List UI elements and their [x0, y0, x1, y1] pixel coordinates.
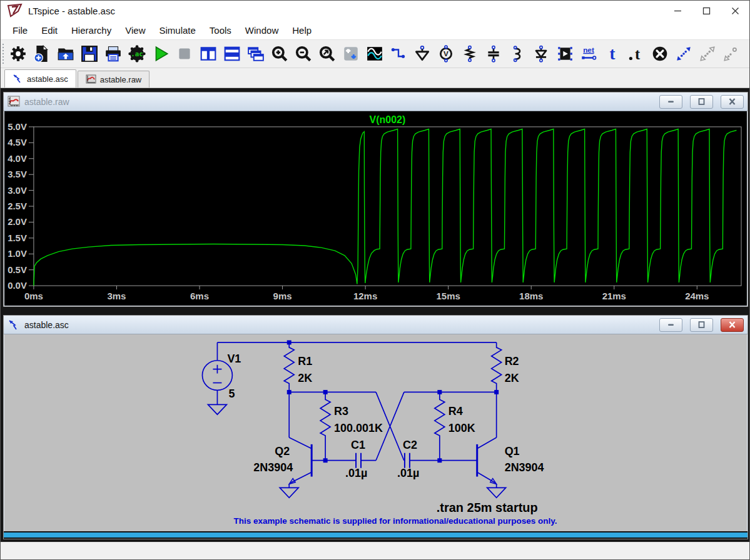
waveform-close-button[interactable]: [721, 95, 744, 109]
menu-item-view[interactable]: View: [118, 22, 152, 38]
new-file-icon[interactable]: [33, 45, 51, 62]
emitter-arrow-q2: [289, 479, 295, 484]
disclaimer-text: This example schematic is supplied for i…: [233, 516, 557, 526]
tab-astable-asc[interactable]: astable.asc: [4, 69, 76, 88]
spice-directive-text[interactable]: .tran 25m startup: [437, 501, 538, 514]
x-tick-label: 24ms: [685, 291, 709, 301]
plot-frame: [34, 127, 741, 286]
maximize-button[interactable]: [692, 1, 721, 21]
y-tick-label: 1.5V: [8, 232, 27, 243]
schematic-window-bottom-edge[interactable]: [4, 531, 747, 539]
component-icon[interactable]: [556, 45, 574, 62]
print-icon[interactable]: [104, 45, 122, 62]
label-q2: Q2: [275, 445, 290, 458]
value-r1: 2K: [298, 372, 312, 384]
tabbar: astable.asc astable.raw: [1, 68, 749, 88]
value-r3: 100.001K: [334, 422, 383, 434]
y-tick-label: 3.0V: [8, 185, 27, 196]
open-icon[interactable]: [57, 45, 74, 62]
schematic-window-title: astable.asc: [24, 320, 652, 330]
resistor-icon[interactable]: [461, 45, 479, 62]
schematic-close-button[interactable]: [721, 318, 744, 332]
schematic-window-titlebar[interactable]: astable.asc: [4, 316, 747, 334]
component-v1[interactable]: [202, 361, 232, 391]
svg-text:t: t: [635, 46, 641, 62]
menu-item-edit[interactable]: Edit: [34, 22, 64, 38]
y-tick-label: 0.0V: [8, 280, 27, 291]
label-r2: R2: [505, 355, 519, 368]
y-tick-label: 2.0V: [8, 216, 27, 227]
waveform-maximize-button[interactable]: [690, 95, 713, 109]
schematic-canvas[interactable]: V1 5 R1 2K R2 2K R3 100.001K R4 100K C1 …: [4, 334, 747, 531]
value-r2: 2K: [505, 372, 519, 384]
tab-label: astable.raw: [100, 75, 141, 84]
x-tick-label: 21ms: [602, 291, 626, 301]
value-c1: .01µ: [345, 467, 367, 479]
diode-icon[interactable]: [532, 45, 550, 62]
label-c1: C1: [351, 439, 365, 451]
close-button[interactable]: [721, 1, 749, 21]
run-icon[interactable]: [152, 45, 170, 62]
resistors[interactable]: [284, 342, 501, 461]
y-tick-label: 5.0V: [8, 121, 27, 132]
menu-item-file[interactable]: File: [6, 22, 34, 38]
x-tick-label: 0ms: [24, 291, 43, 301]
schematic-window-icon: [8, 319, 20, 331]
wire-icon[interactable]: [390, 45, 407, 62]
minimize-button[interactable]: [663, 1, 692, 21]
inductor-icon[interactable]: [509, 45, 526, 62]
spice-directive-icon[interactable]: t: [627, 45, 645, 62]
y-tick-label: 4.5V: [8, 137, 27, 148]
menubar: FileEditHierarchyViewSimulateToolsWindow…: [1, 21, 749, 39]
text-icon[interactable]: t: [604, 45, 621, 62]
net-label-icon[interactable]: net: [580, 45, 597, 62]
move-icon[interactable]: [675, 45, 692, 62]
label-r3: R3: [334, 405, 348, 418]
menu-item-simulate[interactable]: Simulate: [152, 22, 202, 38]
settings-icon[interactable]: [9, 45, 27, 62]
waveform-plot-container: 0ms3ms6ms9ms12ms15ms18ms21ms24ms0.0V0.5V…: [4, 111, 747, 306]
waveform-window-titlebar[interactable]: astable.raw: [4, 92, 747, 111]
label-c2: C2: [403, 439, 417, 451]
mdi-area: astable.raw 0ms3ms6ms9ms12ms15ms18ms21ms…: [1, 88, 749, 542]
schematic-minimize-button[interactable]: [659, 318, 682, 332]
delete-icon[interactable]: [651, 45, 669, 62]
tile-horizontal-icon[interactable]: [223, 45, 241, 62]
toolbar: .acVnettt: [1, 39, 749, 68]
label-q1: Q1: [505, 445, 520, 458]
zoom-full-icon[interactable]: [318, 45, 336, 62]
pan-icon: [342, 45, 360, 62]
waveform-minimize-button[interactable]: [659, 95, 682, 109]
tile-vertical-icon[interactable]: [200, 45, 217, 62]
save-icon[interactable]: [81, 45, 98, 62]
capacitor-icon[interactable]: [485, 45, 502, 62]
wire-junctions: [287, 340, 499, 462]
tab-astable-raw[interactable]: astable.raw: [78, 71, 149, 88]
statusbar: [1, 542, 749, 560]
waveform-canvas[interactable]: 0ms3ms6ms9ms12ms15ms18ms21ms24ms0.0V0.5V…: [4, 111, 747, 306]
cascade-icon[interactable]: [247, 45, 265, 62]
ltspice-logo-icon: [7, 3, 23, 18]
zoom-out-icon[interactable]: [295, 45, 312, 62]
menu-item-hierarchy[interactable]: Hierarchy: [64, 22, 118, 38]
menu-item-help[interactable]: Help: [285, 22, 318, 38]
menu-item-tools[interactable]: Tools: [203, 22, 238, 38]
component-r2: [492, 342, 502, 392]
menu-item-window[interactable]: Window: [238, 22, 285, 38]
waveform-window: astable.raw 0ms3ms6ms9ms12ms15ms18ms21ms…: [3, 92, 748, 307]
voltage-source-icon[interactable]: V: [437, 45, 455, 62]
y-tick-label: 3.5V: [8, 169, 27, 179]
component-q1[interactable]: [477, 438, 497, 484]
trace-legend-title[interactable]: V(n002): [370, 114, 406, 125]
y-tick-label: 1.0V: [8, 248, 27, 259]
waveform-icon[interactable]: [366, 45, 383, 62]
toolbar-gripper[interactable]: [3, 44, 5, 64]
zoom-in-icon[interactable]: [271, 45, 288, 62]
halt-icon: [176, 45, 193, 62]
ground-q2: [280, 488, 298, 498]
label-r4: R4: [448, 405, 463, 418]
ltspice-main-window: LTspice - astable.asc FileEditHierarchyV…: [0, 0, 750, 560]
schematic-maximize-button[interactable]: [690, 318, 713, 332]
ac-analysis-icon[interactable]: .ac: [128, 45, 146, 62]
ground-icon[interactable]: [413, 45, 431, 62]
